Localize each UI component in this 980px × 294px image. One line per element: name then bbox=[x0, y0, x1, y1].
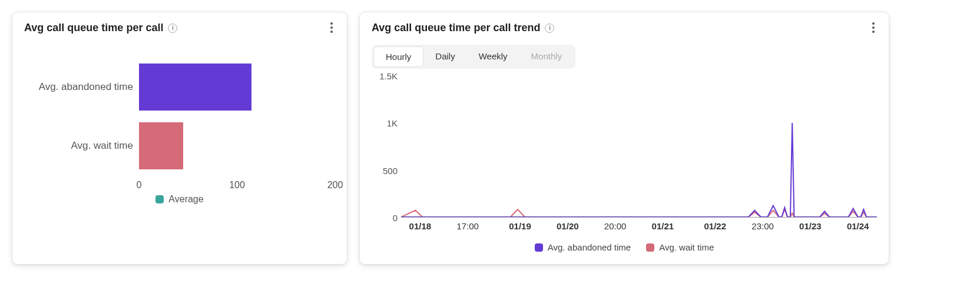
trend-svg bbox=[401, 76, 877, 217]
hbar-abandoned bbox=[139, 64, 251, 111]
segment-weekly[interactable]: Weekly bbox=[467, 46, 519, 67]
legend-swatch-icon bbox=[646, 243, 654, 252]
info-icon[interactable]: i bbox=[545, 24, 554, 33]
legend-swatch-icon bbox=[535, 243, 543, 252]
legend-swatch-icon bbox=[155, 195, 164, 203]
x-tick: 01/18 bbox=[409, 221, 432, 231]
hbar-track bbox=[139, 58, 335, 116]
hbar-track bbox=[139, 116, 335, 175]
y-tick: 1K bbox=[387, 118, 398, 128]
x-tick: 0 bbox=[137, 180, 142, 191]
card-title: Avg call queue time per call trend bbox=[372, 22, 540, 34]
legend-label: Avg. wait time bbox=[659, 242, 714, 252]
more-menu-button[interactable] bbox=[325, 21, 339, 35]
granularity-segmented-control: Hourly Daily Weekly Monthly bbox=[372, 45, 575, 69]
hbar-chart: Avg. abandoned time Avg. wait time 0 100… bbox=[24, 34, 335, 252]
segment-hourly[interactable]: Hourly bbox=[373, 46, 423, 67]
line-wait-time bbox=[401, 209, 877, 217]
legend-label: Avg. abandoned time bbox=[548, 242, 631, 252]
legend-label: Average bbox=[168, 194, 203, 205]
hbar-wait bbox=[139, 122, 183, 169]
info-icon[interactable]: i bbox=[168, 24, 177, 33]
hbar-row: Avg. wait time bbox=[24, 116, 335, 175]
hbar-label: Avg. wait time bbox=[24, 140, 139, 152]
x-tick: 200 bbox=[327, 180, 343, 191]
legend-item-wait: Avg. wait time bbox=[646, 242, 714, 252]
segment-daily[interactable]: Daily bbox=[423, 46, 466, 67]
x-tick: 01/19 bbox=[509, 221, 531, 231]
y-tick: 0 bbox=[393, 213, 398, 223]
y-axis: 0 500 1K 1.5K bbox=[372, 76, 401, 218]
line-abandoned-time bbox=[401, 123, 877, 217]
x-tick: 01/23 bbox=[799, 221, 822, 231]
x-tick: 23:00 bbox=[751, 221, 774, 231]
x-tick: 01/21 bbox=[652, 221, 674, 231]
card-header: Avg call queue time per call i bbox=[24, 22, 335, 34]
line-chart: 0 500 1K 1.5K bbox=[372, 76, 877, 218]
x-axis: 01/18 17:00 01/19 01/20 20:00 01/21 01/2… bbox=[401, 221, 877, 234]
hbar-row: Avg. abandoned time bbox=[24, 58, 335, 116]
x-tick: 20:00 bbox=[604, 221, 627, 231]
hbar-label: Avg. abandoned time bbox=[24, 81, 139, 93]
card-avg-call-queue-time: Avg call queue time per call i Avg. aban… bbox=[12, 12, 347, 265]
x-tick: 100 bbox=[229, 180, 245, 191]
x-tick: 01/20 bbox=[557, 221, 579, 231]
legend: Avg. abandoned time Avg. wait time bbox=[372, 242, 877, 252]
x-tick: 01/24 bbox=[847, 221, 869, 231]
legend: Average bbox=[24, 194, 335, 205]
plot-area bbox=[401, 76, 877, 218]
card-avg-call-queue-time-trend: Avg call queue time per call trend i Hou… bbox=[359, 12, 889, 265]
x-tick: 01/22 bbox=[704, 221, 726, 231]
segment-monthly: Monthly bbox=[519, 46, 574, 67]
x-tick: 17:00 bbox=[456, 221, 479, 231]
card-header: Avg call queue time per call trend i bbox=[372, 22, 877, 34]
y-tick: 500 bbox=[383, 165, 398, 175]
card-title: Avg call queue time per call bbox=[24, 22, 163, 34]
y-tick: 1.5K bbox=[379, 71, 398, 81]
more-menu-button[interactable] bbox=[866, 21, 880, 35]
legend-item-abandoned: Avg. abandoned time bbox=[535, 242, 631, 252]
